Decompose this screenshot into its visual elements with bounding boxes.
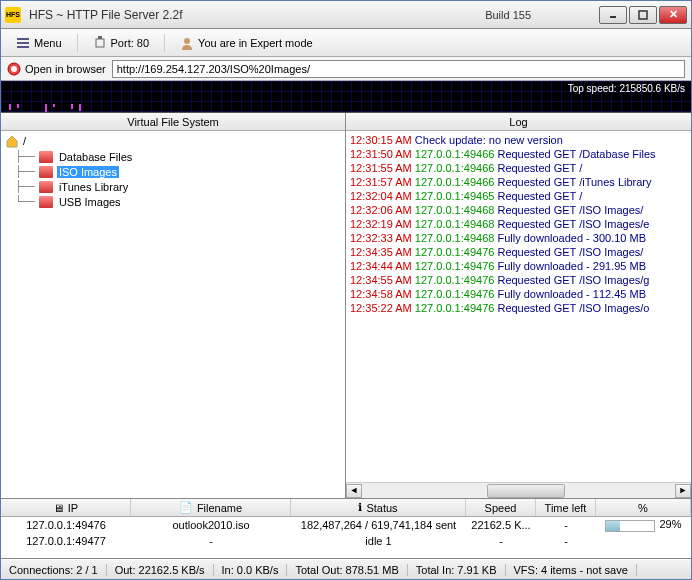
log-row: 12:34:44 AM 127.0.0.1:49476 Fully downlo… bbox=[350, 259, 687, 273]
file-icon: 📄 bbox=[179, 501, 193, 514]
status-total-out: Total Out: 878.51 MB bbox=[287, 564, 407, 576]
tree-item[interactable]: ├──iTunes Library bbox=[15, 179, 341, 194]
tree-label: USB Images bbox=[57, 196, 123, 208]
status-bar: Connections: 2 / 1 Out: 22162.5 KB/s In:… bbox=[1, 559, 691, 579]
tree-line: └── bbox=[15, 195, 35, 208]
log-hscrollbar[interactable]: ◄ ► bbox=[346, 482, 691, 498]
close-button[interactable]: ✕ bbox=[659, 6, 687, 24]
status-out: Out: 22162.5 KB/s bbox=[107, 564, 214, 576]
home-icon bbox=[5, 134, 19, 148]
mode-label: You are in Expert mode bbox=[198, 37, 313, 49]
status-vfs: VFS: 4 items - not save bbox=[506, 564, 637, 576]
url-bar: Open in browser bbox=[1, 57, 691, 81]
vfs-header: Virtual File System bbox=[1, 113, 345, 131]
app-window: HFS HFS ~ HTTP File Server 2.2f Build 15… bbox=[0, 0, 692, 580]
svg-rect-4 bbox=[17, 46, 29, 48]
toolbar: Menu Port: 80 You are in Expert mode bbox=[1, 29, 691, 57]
mode-button[interactable]: You are in Expert mode bbox=[171, 33, 322, 53]
col-file[interactable]: 📄Filename bbox=[131, 499, 291, 516]
col-status[interactable]: ℹStatus bbox=[291, 499, 466, 516]
grid-row[interactable]: 127.0.0.1:49476outlook2010.iso182,487,26… bbox=[1, 517, 691, 533]
build-label: Build 155 bbox=[485, 9, 531, 21]
tree-line: ├── bbox=[15, 150, 35, 163]
svg-point-9 bbox=[11, 66, 17, 72]
svg-rect-5 bbox=[96, 39, 104, 47]
tree-root[interactable]: / bbox=[5, 133, 341, 149]
log-row: 12:34:58 AM 127.0.0.1:49476 Fully downlo… bbox=[350, 287, 687, 301]
menu-label: Menu bbox=[34, 37, 62, 49]
url-input[interactable] bbox=[112, 60, 685, 78]
col-speed[interactable]: Speed bbox=[466, 499, 536, 516]
svg-rect-6 bbox=[98, 36, 102, 39]
separator bbox=[164, 34, 165, 52]
top-speed-label: Top speed: 215850.6 KB/s bbox=[568, 83, 685, 94]
scroll-thumb[interactable] bbox=[487, 484, 565, 498]
status-connections: Connections: 2 / 1 bbox=[1, 564, 107, 576]
svg-rect-3 bbox=[17, 42, 29, 44]
folder-icon bbox=[39, 181, 53, 193]
open-browser-label: Open in browser bbox=[25, 63, 106, 75]
transfers-grid: 🖥IP 📄Filename ℹStatus Speed Time left % … bbox=[1, 499, 691, 559]
graph-spikes bbox=[1, 104, 81, 112]
open-browser-button[interactable]: Open in browser bbox=[7, 62, 106, 76]
log-row: 12:32:19 AM 127.0.0.1:49468 Requested GE… bbox=[350, 217, 687, 231]
folder-icon bbox=[39, 196, 53, 208]
middle-panels: Virtual File System / ├──Database Files├… bbox=[1, 113, 691, 499]
log-row: 12:32:04 AM 127.0.0.1:49465 Requested GE… bbox=[350, 189, 687, 203]
log-row: 12:30:15 AM Check update: no new version bbox=[350, 133, 687, 147]
col-time[interactable]: Time left bbox=[536, 499, 596, 516]
svg-rect-2 bbox=[17, 38, 29, 40]
folder-icon bbox=[39, 166, 53, 178]
tree-line: ├── bbox=[15, 165, 35, 178]
log-panel: Log 12:30:15 AM Check update: no new ver… bbox=[346, 113, 691, 498]
root-label: / bbox=[23, 135, 26, 147]
minimize-button[interactable] bbox=[599, 6, 627, 24]
tree-line: ├── bbox=[15, 180, 35, 193]
log-row: 12:31:55 AM 127.0.0.1:49466 Requested GE… bbox=[350, 161, 687, 175]
browser-icon bbox=[7, 62, 21, 76]
scroll-track[interactable] bbox=[362, 484, 675, 498]
app-icon: HFS bbox=[5, 7, 21, 23]
user-icon bbox=[180, 36, 194, 50]
tree-label: ISO Images bbox=[57, 166, 119, 178]
log-row: 12:31:57 AM 127.0.0.1:49466 Requested GE… bbox=[350, 175, 687, 189]
tree-item[interactable]: ├──Database Files bbox=[15, 149, 341, 164]
tree-label: Database Files bbox=[57, 151, 134, 163]
log-row: 12:32:33 AM 127.0.0.1:49468 Fully downlo… bbox=[350, 231, 687, 245]
log-row: 12:35:22 AM 127.0.0.1:49476 Requested GE… bbox=[350, 301, 687, 315]
grid-row[interactable]: 127.0.0.1:49477-idle 1-- bbox=[1, 533, 691, 549]
grid-header: 🖥IP 📄Filename ℹStatus Speed Time left % bbox=[1, 499, 691, 517]
port-button[interactable]: Port: 80 bbox=[84, 33, 159, 53]
speed-graph[interactable]: Top speed: 215850.6 KB/s bbox=[1, 81, 691, 113]
port-icon bbox=[93, 36, 107, 50]
titlebar: HFS HFS ~ HTTP File Server 2.2f Build 15… bbox=[1, 1, 691, 29]
separator bbox=[77, 34, 78, 52]
folder-icon bbox=[39, 151, 53, 163]
vfs-panel: Virtual File System / ├──Database Files├… bbox=[1, 113, 346, 498]
vfs-tree[interactable]: / ├──Database Files├──ISO Images├──iTune… bbox=[1, 131, 345, 498]
tree-item[interactable]: └──USB Images bbox=[15, 194, 341, 209]
log-header: Log bbox=[346, 113, 691, 131]
scroll-right-button[interactable]: ► bbox=[675, 484, 691, 498]
tree-item[interactable]: ├──ISO Images bbox=[15, 164, 341, 179]
log-row: 12:34:35 AM 127.0.0.1:49476 Requested GE… bbox=[350, 245, 687, 259]
col-pct[interactable]: % bbox=[596, 499, 691, 516]
status-total-in: Total In: 7.91 KB bbox=[408, 564, 506, 576]
maximize-button[interactable] bbox=[629, 6, 657, 24]
scroll-left-button[interactable]: ◄ bbox=[346, 484, 362, 498]
log-row: 12:34:55 AM 127.0.0.1:49476 Requested GE… bbox=[350, 273, 687, 287]
progress-bar bbox=[605, 520, 655, 532]
log-body[interactable]: 12:30:15 AM Check update: no new version… bbox=[346, 131, 691, 482]
monitor-icon: 🖥 bbox=[53, 502, 64, 514]
svg-rect-1 bbox=[639, 11, 647, 19]
log-row: 12:31:50 AM 127.0.0.1:49466 Requested GE… bbox=[350, 147, 687, 161]
window-title: HFS ~ HTTP File Server 2.2f bbox=[29, 8, 477, 22]
svg-point-7 bbox=[184, 38, 190, 44]
menu-icon bbox=[16, 36, 30, 50]
col-ip[interactable]: 🖥IP bbox=[1, 499, 131, 516]
menu-button[interactable]: Menu bbox=[7, 33, 71, 53]
info-icon: ℹ bbox=[358, 501, 362, 514]
log-row: 12:32:06 AM 127.0.0.1:49468 Requested GE… bbox=[350, 203, 687, 217]
port-label: Port: 80 bbox=[111, 37, 150, 49]
status-in: In: 0.0 KB/s bbox=[214, 564, 288, 576]
